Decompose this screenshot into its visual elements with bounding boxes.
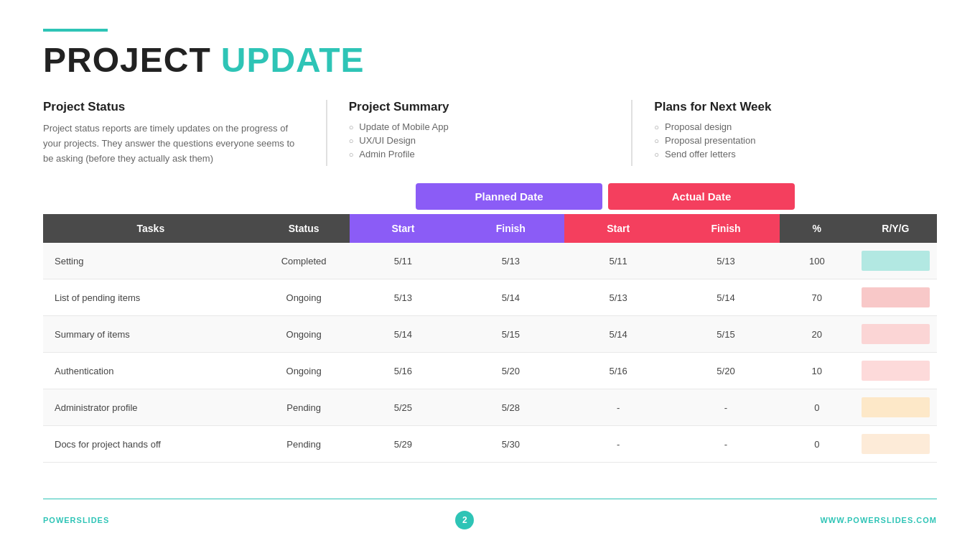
actual-date-header: Actual Date [608,183,795,210]
table-body: SettingCompleted5/115/135/115/13100List … [43,243,937,463]
footer-page-number: 2 [455,511,474,529]
info-section: Project Status Project status reports ar… [43,100,937,166]
col-actual-start: Start [564,214,672,243]
table-cell: 5/15 [672,316,780,353]
main-table: Tasks Status Start Finish Start Finish %… [43,214,937,463]
table-cell: 5/13 [672,243,780,279]
list-item: Proposal design [654,121,915,132]
date-headers: Planned Date Actual Date [43,183,937,210]
table-row: List of pending itemsOngoing5/135/145/13… [43,279,937,316]
header-accent [43,29,108,32]
table-cell: Completed [258,243,350,279]
table-cell: 5/14 [672,279,780,316]
table-cell: Docs for project hands off [43,426,258,463]
footer-right: WWW.POWERSLIDES.COM [820,516,937,524]
table-header-row: Tasks Status Start Finish Start Finish %… [43,214,937,243]
table-cell: Ongoing [258,279,350,316]
col-status: Status [258,214,350,243]
table-cell: 5/15 [457,316,564,353]
list-item: Update of Mobile App [349,121,610,132]
table-cell: 100 [780,243,854,279]
ryg-cell [854,389,937,426]
list-item: Send offer letters [654,149,915,159]
table-section: Planned Date Actual Date Tasks Status St… [43,183,937,491]
table-cell: Pending [258,389,350,426]
table-cell: Setting [43,243,258,279]
table-row: Administrator profilePending5/255/28--0 [43,389,937,426]
info-col-status: Project Status Project status reports ar… [43,100,326,166]
col-actual-finish: Finish [672,214,780,243]
table-cell: 5/11 [350,243,457,279]
table-cell: Ongoing [258,316,350,353]
table-cell: Pending [258,426,350,463]
table-cell: 5/13 [457,243,564,279]
table-row: Summary of itemsOngoing5/145/155/145/152… [43,316,937,353]
table-cell: - [564,426,672,463]
planned-date-header: Planned Date [416,183,602,210]
col1-title: Project Status [43,100,304,114]
ryg-cell [854,243,937,279]
col2-title: Project Summary [349,100,610,114]
col3-title: Plans for Next Week [654,100,915,114]
table-cell: 5/25 [350,389,457,426]
table-cell: 5/14 [564,316,672,353]
title-row: PROJECT UPDATE [43,40,937,80]
table-cell: 5/14 [350,316,457,353]
table-cell: Ongoing [258,353,350,389]
col-planned-start: Start [350,214,457,243]
list-item: Admin Profile [349,149,610,159]
footer: POWERSLIDES 2 WWW.POWERSLIDES.COM [43,499,937,529]
footer-power: POWER [43,516,77,524]
table-row: SettingCompleted5/115/135/115/13100 [43,243,937,279]
table-cell: Summary of items [43,316,258,353]
table-row: AuthenticationOngoing5/165/205/165/2010 [43,353,937,389]
table-cell: - [672,389,780,426]
table-cell: 5/28 [457,389,564,426]
footer-slides: SLIDES [77,516,110,524]
table-cell: 5/20 [672,353,780,389]
table-cell: 5/30 [457,426,564,463]
info-col-plans: Plans for Next Week Proposal design Prop… [631,100,937,166]
ryg-cell [854,426,937,463]
table-cell: 20 [780,316,854,353]
col-ryg: R/Y/G [854,214,937,243]
table-cell: 5/16 [564,353,672,389]
table-cell: 0 [780,426,854,463]
footer-left: POWERSLIDES [43,516,109,524]
title-update: UPDATE [221,40,365,80]
ryg-cell [854,316,937,353]
table-cell: 5/13 [350,279,457,316]
table-cell: 5/13 [564,279,672,316]
title-project: PROJECT [43,40,211,80]
ryg-cell [854,279,937,316]
slide: PROJECT UPDATE Project Status Project st… [0,0,980,551]
table-cell: 70 [780,279,854,316]
list-item: Proposal presentation [654,135,915,146]
ryg-cell [854,353,937,389]
col2-list: Update of Mobile App UX/UI Design Admin … [349,121,610,159]
table-cell: 0 [780,389,854,426]
table-cell: - [672,426,780,463]
table-cell: - [564,389,672,426]
table-cell: Administrator profile [43,389,258,426]
table-cell: 5/29 [350,426,457,463]
info-col-summary: Project Summary Update of Mobile App UX/… [326,100,632,166]
col-tasks: Tasks [43,214,258,243]
table-cell: 10 [780,353,854,389]
table-row: Docs for project hands offPending5/295/3… [43,426,937,463]
col1-text: Project status reports are timely update… [43,121,304,166]
col-planned-finish: Finish [457,214,564,243]
table-cell: List of pending items [43,279,258,316]
list-item: UX/UI Design [349,135,610,146]
table-cell: 5/20 [457,353,564,389]
table-cell: 5/11 [564,243,672,279]
table-cell: 5/14 [457,279,564,316]
table-cell: 5/16 [350,353,457,389]
col-percent: % [780,214,854,243]
table-cell: Authentication [43,353,258,389]
col3-list: Proposal design Proposal presentation Se… [654,121,915,159]
